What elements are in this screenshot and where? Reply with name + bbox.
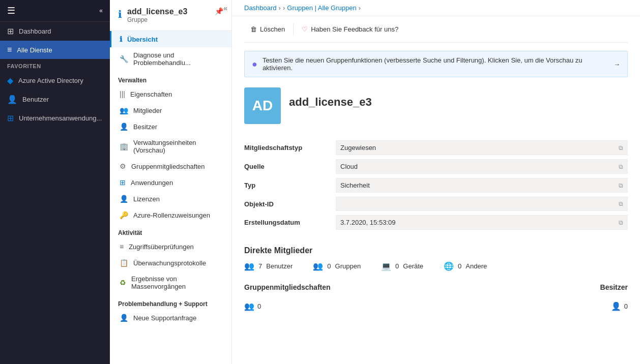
prop-copy-1[interactable]: ⧉ (619, 163, 623, 170)
prop-value-4: 3.7.2020, 15:53:09 ⧉ (336, 215, 628, 230)
prop-copy-2[interactable]: ⧉ (619, 182, 623, 189)
prop-value-text-1: Cloud (340, 163, 358, 170)
middle-header: ℹ add_license_e3 Gruppe 📌 « (110, 0, 231, 31)
group-info-icon: ℹ (118, 8, 122, 20)
nav-item-besitzer[interactable]: 👤 Besitzer (110, 118, 231, 135)
neue-supportanfrage-icon: 👤 (120, 314, 128, 322)
sidebar-item-label: Unternehmensanwendung... (19, 114, 102, 122)
sidebar-item-alle-dienste[interactable]: ≡ Alle Dienste (0, 41, 110, 59)
feedback-icon: ♡ (302, 25, 308, 33)
delete-button[interactable]: 🗑 Löschen (244, 22, 291, 36)
toolbar-separator (293, 23, 294, 36)
breadcrumb-sep-1: › (279, 4, 281, 12)
breadcrumb-dashboard[interactable]: Dashboard (244, 4, 277, 12)
owners-icon: 👤 (611, 301, 621, 311)
andere-stat-icon: 🌐 (444, 261, 454, 271)
azure-ad-icon: ◆ (7, 76, 13, 85)
member-stat-benutzer[interactable]: 👥 7 Benutzer (244, 261, 293, 271)
members-row: 👥 7 Benutzer 👥 0 Gruppen 💻 0 Geräte 🌐 0 … (244, 261, 628, 271)
nav-item-uberwachungsprotokolle[interactable]: 📋 Überwachungsprotokolle (110, 255, 231, 271)
nav-item-azure-rollen[interactable]: 🔑 Azure-Rollenzuweisungen (110, 207, 231, 223)
gerate-label: Geräte (403, 262, 423, 270)
sidebar-item-label: Azure Active Directory (18, 77, 83, 84)
uberwachungsprotokolle-icon: 📋 (120, 259, 128, 267)
middle-panel: ℹ add_license_e3 Gruppe 📌 « ℹ Übersicht … (110, 0, 232, 364)
content-area: 🗑 Löschen ♡ Haben Sie Feedback für uns? … (232, 16, 640, 364)
section-verwalten: Verwalten (110, 71, 231, 86)
feedback-button[interactable]: ♡ Haben Sie Feedback für uns? (296, 22, 404, 36)
nav-item-gruppenmitgliedschaften[interactable]: ⚙ Gruppenmitgliedschaften (110, 158, 231, 174)
pin-icon[interactable]: 📌 (215, 7, 223, 15)
group-name: add_license_e3 (289, 96, 372, 109)
nav-item-verwaltungseinheiten[interactable]: 🏢 Verwaltungseinheiten (Vorschau) (110, 135, 231, 158)
nav-item-label: Gruppenmitgliedschaften (131, 163, 205, 170)
nav-item-ubersicht[interactable]: ℹ Übersicht (110, 31, 231, 47)
prop-value-0: Zugewiesen ⧉ (336, 140, 628, 155)
verwaltungseinheiten-icon: 🏢 (120, 142, 128, 150)
group-avatar: AD (244, 87, 281, 124)
notice-banner[interactable]: ● Testen Sie die neuen Gruppenfunktionen… (244, 51, 628, 77)
nav-item-mitglieder[interactable]: 👥 Mitglieder (110, 102, 231, 118)
azure-rollen-icon: 🔑 (120, 211, 128, 219)
ergebnisse-icon: ♻ (120, 279, 126, 287)
sidebar-item-benutzer[interactable]: 👤 Benutzer (0, 90, 110, 109)
favorites-label: FAVORITEN (0, 59, 110, 71)
nav-item-ergebnisse[interactable]: ♻ Ergebnisse von Massenvorgängen (110, 271, 231, 294)
prop-copy-3[interactable]: ⧉ (619, 200, 623, 207)
nav-item-label: Mitglieder (133, 107, 162, 114)
member-stat-gerate[interactable]: 💻 0 Geräte (381, 261, 423, 271)
benutzer-icon: 👤 (7, 95, 17, 104)
prop-label-3: Objekt-ID (244, 195, 336, 213)
toolbar: 🗑 Löschen ♡ Haben Sie Feedback für uns? (244, 16, 628, 43)
prop-copy-0[interactable]: ⧉ (619, 144, 623, 151)
bottom-row: Gruppenmitgliedschaften Besitzer (244, 283, 628, 297)
middle-collapse-btn[interactable]: « (223, 4, 227, 12)
bottom-stats-row: 👥 0 👤 0 (244, 301, 628, 311)
gruppen-stat-icon: 👥 (313, 261, 323, 271)
alle-dienste-icon: ≡ (7, 45, 12, 54)
nav-item-lizenzen[interactable]: 👤 Lizenzen (110, 191, 231, 207)
feedback-label: Haben Sie Feedback für uns? (311, 25, 398, 33)
breadcrumb-gruppen[interactable]: Gruppen | Alle Gruppen (287, 4, 356, 12)
nav-item-label: Lizenzen (133, 195, 160, 203)
nav-item-diagnose[interactable]: 🔧 Diagnose und Problembehandlu... (110, 47, 231, 71)
sidebar-item-dashboard[interactable]: ⊞ Dashboard (0, 22, 110, 41)
benutzer-label: Benutzer (266, 262, 293, 270)
prop-copy-4[interactable]: ⧉ (619, 219, 623, 226)
nav-item-label: Eigenschaften (130, 90, 172, 98)
group-overview: AD add_license_e3 (244, 87, 628, 124)
dashboard-icon: ⊞ (7, 26, 14, 36)
nav-item-eigenschaften[interactable]: ||| Eigenschaften (110, 86, 231, 102)
sidebar-header: ☰ « (0, 0, 110, 22)
nav-item-label: Ergebnisse von Massenvorgängen (131, 275, 223, 290)
memberships-stat[interactable]: 👥 0 (244, 301, 261, 311)
gruppen-label: Gruppen (335, 262, 361, 270)
memberships-title: Gruppenmitgliedschaften (244, 283, 331, 291)
eigenschaften-icon: ||| (120, 90, 125, 98)
owners-stat[interactable]: 👤 0 (611, 301, 628, 311)
nav-item-anwendungen[interactable]: ⊞ Anwendungen (110, 174, 231, 191)
member-stat-gruppen[interactable]: 👥 0 Gruppen (313, 261, 361, 271)
prop-label-1: Quelle (244, 157, 336, 176)
nav-item-label: Diagnose und Problembehandlu... (133, 51, 223, 67)
nav-item-label: Anwendungen (131, 179, 173, 187)
member-stat-andere[interactable]: 🌐 0 Andere (444, 261, 487, 271)
benutzer-stat-icon: 👥 (244, 261, 254, 271)
notice-text: Testen Sie die neuen Gruppenfunktionen (… (263, 56, 606, 72)
prop-value-2: Sicherheit ⧉ (336, 178, 628, 193)
prop-value-3: ⧉ (336, 197, 628, 211)
nav-item-label: Azure-Rollenzuweisungen (133, 211, 210, 219)
bottom-memberships: Gruppenmitgliedschaften (244, 283, 331, 297)
sidebar-collapse-btn[interactable]: « (99, 7, 103, 14)
unternehmensanwendung-icon: ⊞ (7, 113, 14, 123)
sidebar-item-unternehmensanwendung[interactable]: ⊞ Unternehmensanwendung... (0, 109, 110, 128)
mitglieder-icon: 👥 (120, 106, 128, 114)
nav-item-zugriffsuperpruefungen[interactable]: ≡ Zugriffsüberprüfungen (110, 238, 231, 255)
sidebar-item-azure-ad[interactable]: ◆ Azure Active Directory (0, 71, 110, 90)
delete-icon: 🗑 (250, 25, 257, 33)
main-content: Dashboard › › Gruppen | Alle Gruppen › 🗑… (232, 0, 640, 364)
andere-label: Andere (466, 262, 487, 270)
gerate-count: 0 (395, 262, 399, 270)
middle-title-block: add_license_e3 Gruppe (127, 7, 187, 23)
nav-item-neue-supportanfrage[interactable]: 👤 Neue Supportanfrage (110, 310, 231, 326)
